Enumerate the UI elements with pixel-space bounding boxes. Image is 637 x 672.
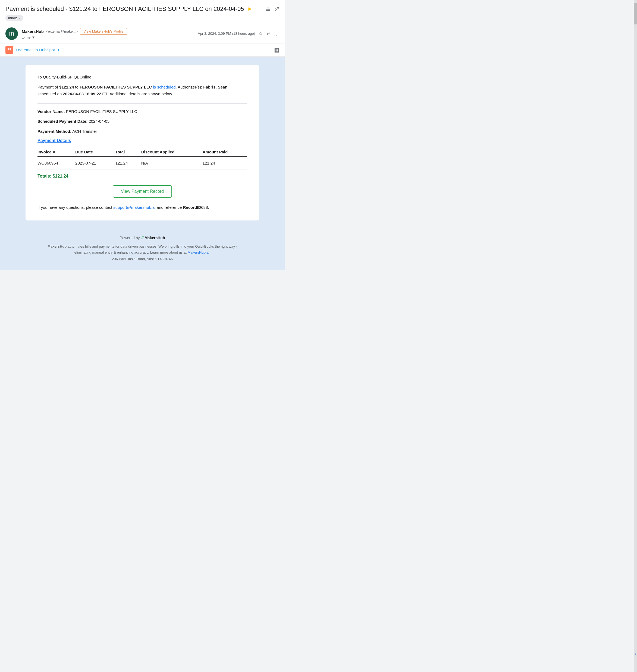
payment-method-value-text: ACH Transfer bbox=[72, 129, 97, 134]
footer-logo-icon: // bbox=[142, 234, 143, 242]
payment-table: Invoice # Due Date Total Discount Applie… bbox=[37, 147, 247, 169]
status-link[interactable]: is scheduled bbox=[152, 85, 176, 89]
email-header: Payment is scheduled - $121.24 to FERGUS… bbox=[0, 0, 285, 24]
email-body-card: To Quality-Build-SF QBOnline, Payment of… bbox=[25, 65, 259, 221]
hubspot-logo: ☷ bbox=[5, 46, 13, 54]
reply-icon[interactable]: ↩ bbox=[267, 31, 271, 37]
col-due-date: Due Date bbox=[73, 147, 113, 157]
col-discount: Discount Applied bbox=[139, 147, 200, 157]
table-header-row: Invoice # Due Date Total Discount Applie… bbox=[37, 147, 247, 157]
action-icons: ☆ ↩ ⋮ bbox=[258, 31, 279, 37]
vendor-name-row: Vendor Name: FERGUSON FACILITIES SUPPLY … bbox=[37, 109, 247, 115]
intro-line1: Payment of bbox=[37, 85, 59, 89]
footer-desc-body: automates bills and payments for data dr… bbox=[67, 244, 237, 255]
email-client: Payment is scheduled - $121.24 to FERGUS… bbox=[0, 0, 285, 270]
cell-due-date: 2023-07-21 bbox=[73, 157, 113, 169]
view-payment-btn-wrapper: View Payment Record bbox=[37, 185, 247, 198]
table-row: WO860954 2023-07-21 121.24 N/A 121.24 bbox=[37, 157, 247, 169]
payment-method-row: Payment Method: ACH Transfer bbox=[37, 128, 247, 135]
record-id-value: 688 bbox=[201, 205, 208, 210]
footer-powered-by: Powered by // MakersHub bbox=[8, 234, 276, 242]
footer-address: 206 Wild Basin Road, Austin TX 78746 bbox=[8, 256, 276, 262]
intro-period: . Authorizer(s): bbox=[176, 85, 203, 89]
intro-to: to bbox=[74, 85, 79, 89]
hubspot-logo-icon: ☷ bbox=[7, 47, 11, 52]
col-amount-paid: Amount Paid bbox=[200, 147, 247, 157]
sender-row: m MakersHub <external@make...> View Make… bbox=[0, 24, 285, 43]
avatar-letter: m bbox=[9, 30, 14, 37]
body-intro: Payment of $121.24 to FERGUSON FACILITIE… bbox=[37, 83, 247, 97]
print-icon[interactable]: 🖶 bbox=[266, 6, 271, 12]
cell-total: 121.24 bbox=[113, 157, 139, 169]
star-icon[interactable]: ☆ bbox=[258, 31, 263, 37]
body-greeting: To Quality-Build-SF QBOnline, bbox=[37, 75, 247, 79]
to-dropdown-icon[interactable]: ▼ bbox=[32, 35, 35, 39]
totals-row: Totals: $121.24 bbox=[37, 174, 247, 179]
inbox-label: Inbox bbox=[8, 16, 17, 20]
contact-note-end: . bbox=[208, 205, 209, 210]
contact-note: If you have any questions, please contac… bbox=[37, 204, 247, 211]
inbox-badge: Inbox × bbox=[5, 15, 23, 21]
hubspot-left: ☷ Log email to HubSpot ▾ bbox=[5, 46, 59, 54]
contact-email-link[interactable]: support@makershub.ai bbox=[113, 205, 156, 210]
vendor-bold: FERGUSON FACILITIES SUPPLY LLC bbox=[79, 85, 152, 89]
forward-arrow-icon: ► bbox=[247, 6, 253, 12]
sender-name-row: MakersHub <external@make...> View Makers… bbox=[22, 28, 194, 35]
payment-date-row: Scheduled Payment Date: 2024-04-05 bbox=[37, 118, 247, 125]
contact-note-pre: If you have any questions, please contac… bbox=[37, 205, 113, 210]
hubspot-log-label[interactable]: Log email to HubSpot bbox=[16, 48, 55, 52]
cell-invoice: WO860954 bbox=[37, 157, 73, 169]
footer-logo: // MakersHub bbox=[142, 234, 165, 242]
sender-avatar: m bbox=[5, 27, 18, 40]
sender-email: <external@make...> bbox=[46, 29, 78, 33]
payment-date-label: Scheduled Payment Date: bbox=[37, 119, 88, 124]
col-total: Total bbox=[113, 147, 139, 157]
open-in-new-icon[interactable]: ☍ bbox=[274, 6, 279, 12]
vendor-label: Vendor Name: bbox=[37, 109, 65, 114]
payment-date-value-text: 2024-04-05 bbox=[89, 119, 109, 124]
contact-note-post: and reference bbox=[156, 205, 183, 210]
email-footer: Powered by // MakersHub MakersHub automa… bbox=[0, 229, 285, 270]
footer-description: MakersHub automates bills and payments f… bbox=[47, 244, 237, 256]
hubspot-bar: ☷ Log email to HubSpot ▾ ▦ bbox=[0, 43, 285, 57]
email-date: Apr 3, 2024, 3:09 PM (18 hours ago) bbox=[198, 32, 255, 36]
hubspot-dropdown-icon[interactable]: ▾ bbox=[58, 48, 59, 52]
view-payment-record-button[interactable]: View Payment Record bbox=[113, 185, 172, 198]
inbox-close-btn[interactable]: × bbox=[18, 16, 21, 20]
footer-desc-end: . bbox=[210, 250, 211, 255]
more-options-icon[interactable]: ⋮ bbox=[274, 31, 279, 37]
email-subject: Payment is scheduled - $121.24 to FERGUS… bbox=[5, 5, 244, 13]
col-invoice: Invoice # bbox=[37, 147, 73, 157]
footer-brand-name: MakersHub bbox=[145, 235, 165, 241]
powered-by-text: Powered by bbox=[120, 235, 140, 241]
footer-website-link[interactable]: MakersHub.ai bbox=[187, 250, 209, 255]
scheduled-date-bold: 2024-04-03 16:09:22 ET bbox=[63, 92, 107, 96]
sender-name: MakersHub bbox=[22, 29, 44, 34]
intro-end: . Additional details are shown below. bbox=[108, 92, 173, 96]
sender-to: to me ▼ bbox=[22, 35, 194, 39]
payment-method-label: Payment Method: bbox=[37, 129, 71, 134]
sender-meta: Apr 3, 2024, 3:09 PM (18 hours ago) ☆ ↩ … bbox=[198, 31, 279, 37]
record-id-bold: RecordID bbox=[183, 205, 201, 210]
authorizer-bold: Fabris, Sean bbox=[203, 85, 228, 89]
cell-amount-paid: 121.24 bbox=[200, 157, 247, 169]
footer-brand-desc: MakersHub bbox=[48, 244, 67, 248]
sender-to-label: to me bbox=[22, 35, 31, 39]
table-header: Invoice # Due Date Total Discount Applie… bbox=[37, 147, 247, 157]
hubspot-copy-icon[interactable]: ▦ bbox=[274, 47, 279, 53]
view-profile-button[interactable]: View MakersHub's Profile bbox=[80, 28, 127, 35]
header-icons: 🖶 ☍ bbox=[266, 5, 279, 12]
email-body-wrapper: To Quality-Build-SF QBOnline, Payment of… bbox=[0, 57, 285, 229]
divider-1 bbox=[37, 104, 247, 104]
sender-info: MakersHub <external@make...> View Makers… bbox=[22, 28, 194, 39]
table-body: WO860954 2023-07-21 121.24 N/A 121.24 bbox=[37, 157, 247, 169]
vendor-value-text: FERGUSON FACILITIES SUPPLY LLC bbox=[66, 109, 137, 114]
amount-bold: $121.24 bbox=[59, 85, 74, 89]
scheduled-on: scheduled on bbox=[37, 92, 63, 96]
cell-discount: N/A bbox=[139, 157, 200, 169]
footer-inner: Powered by // MakersHub MakersHub automa… bbox=[8, 234, 276, 262]
payment-details-link[interactable]: Payment Details bbox=[37, 138, 71, 143]
email-subject-area: Payment is scheduled - $121.24 to FERGUS… bbox=[5, 5, 266, 21]
